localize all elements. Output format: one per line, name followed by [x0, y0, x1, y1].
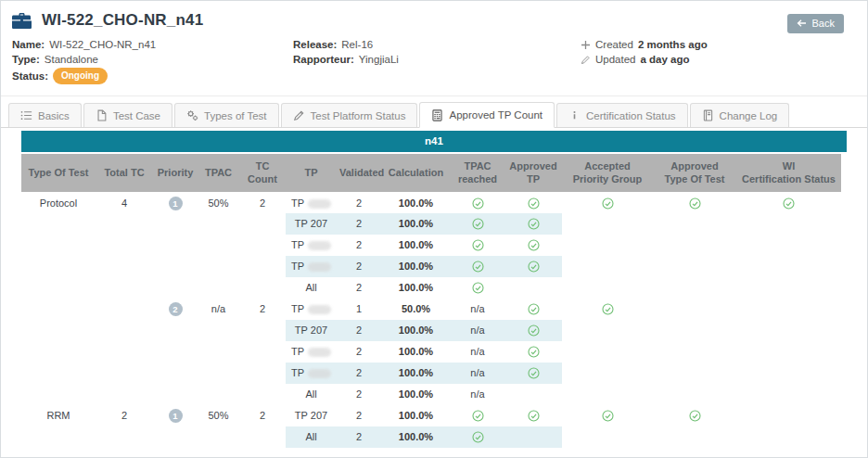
tab-approved-tp-count[interactable]: Approved TP Count [419, 102, 555, 128]
cell-total-tc [96, 363, 153, 384]
cell-accepted-priority-group [562, 426, 653, 448]
cell-type-of-test [21, 426, 96, 448]
cell-tc-count [239, 384, 286, 405]
check-circle-icon [472, 218, 484, 230]
cell-wi-certification-status [736, 256, 841, 277]
check-circle-icon [783, 197, 795, 210]
tab-label: Approved TP Count [449, 109, 542, 121]
pencil-icon [293, 109, 305, 121]
check-circle-icon [602, 197, 614, 210]
redacted-text [308, 241, 331, 250]
cell-tp: TP [286, 192, 337, 213]
tab-strip: BasicsTest CaseTypes of TestTest Platfor… [1, 95, 867, 128]
table-row: RRM2150%2TP 2072100.0% [21, 405, 841, 426]
cell-accepted-priority-group [562, 384, 653, 405]
tab-change-log[interactable]: Change Log [690, 103, 790, 127]
rapporteur-value: YingjiaLi [359, 53, 399, 67]
cell-approved-type-of-test [653, 341, 736, 363]
tp-label: TP [291, 303, 304, 314]
region-band: n41 [21, 131, 847, 152]
cell-total-tc [96, 213, 153, 235]
table-header-row: Type Of TestTotal TCPriorityTPACTC Count… [21, 154, 841, 192]
cell-accepted-priority-group [562, 320, 653, 341]
table-row: TP2100.0%n/a [21, 341, 841, 363]
cell-tp: TP [286, 235, 337, 256]
cell-approved-tp [504, 405, 562, 426]
cell-tpac-reached [451, 405, 504, 426]
tab-types-of-test[interactable]: Types of Test [174, 103, 279, 127]
cell-accepted-priority-group [562, 341, 653, 363]
tab-test-case[interactable]: Test Case [83, 103, 172, 127]
back-button[interactable]: Back [787, 14, 844, 33]
cell-tpac: 50% [198, 405, 239, 426]
cell-tpac-reached [451, 277, 504, 299]
check-circle-icon [528, 367, 540, 379]
cell-wi-certification-status [736, 405, 841, 426]
redacted-text [308, 199, 331, 209]
tab-certification-status[interactable]: Certification Status [556, 103, 688, 127]
column-header-approved-tp: Approved TP [504, 154, 562, 192]
created-label: Created [595, 38, 633, 52]
check-circle-icon [528, 346, 540, 358]
cell-priority: 1 [153, 192, 198, 213]
tp-label: TP 207 [295, 218, 327, 229]
cell-approved-tp [504, 363, 562, 384]
cell-priority [153, 277, 198, 299]
column-header-total-tc: Total TC [96, 154, 153, 192]
release-value: Rel-16 [341, 38, 373, 52]
cell-tpac [198, 277, 239, 299]
table-row: All2100.0%n/a [21, 384, 841, 405]
check-circle-icon [528, 410, 540, 422]
cell-approved-tp [504, 299, 562, 320]
cell-calculation: 100.0% [381, 341, 451, 363]
tp-label: TP [291, 197, 304, 209]
cell-approved-type-of-test [653, 384, 736, 405]
cell-tp: TP 207 [286, 405, 337, 426]
cell-validated: 2 [337, 363, 381, 384]
cell-priority [153, 320, 198, 341]
cell-validated: 2 [337, 277, 381, 299]
cell-calculation: 100.0% [381, 384, 451, 405]
check-circle-icon [528, 218, 540, 230]
cell-calculation: 100.0% [381, 405, 451, 426]
tab-basics[interactable]: Basics [8, 103, 82, 127]
cell-type-of-test [21, 256, 96, 277]
tp-label: TP [291, 239, 304, 250]
cell-validated: 2 [337, 341, 381, 363]
check-circle-icon [528, 261, 540, 273]
pencil-icon [581, 55, 591, 65]
cell-type-of-test: RRM [21, 405, 96, 426]
book-icon [702, 109, 714, 121]
name-value: WI-522_CHO-NR_n41 [49, 38, 156, 52]
column-header-calculation: Calculation [381, 154, 451, 192]
check-circle-icon [472, 282, 484, 294]
cell-validated: 2 [337, 384, 381, 405]
tp-label: TP 207 [295, 410, 327, 421]
column-header-tpac-reached: TPAC reached [451, 154, 504, 192]
cell-tc-count [239, 277, 286, 299]
cell-tpac [198, 213, 239, 235]
cell-wi-certification-status [736, 363, 841, 384]
column-header-tpac: TPAC [198, 154, 239, 192]
calculator-icon [431, 109, 443, 121]
column-header-accepted-priority-group: Accepted Priority Group [562, 154, 653, 192]
cell-calculation: 100.0% [381, 363, 451, 384]
cell-total-tc [96, 341, 153, 363]
cell-tpac-reached: n/a [451, 341, 504, 363]
tab-label: Certification Status [586, 110, 676, 121]
cell-tp: All [286, 384, 337, 405]
tab-label: Test Case [113, 110, 160, 121]
column-header-approved-type-of-test: Approved Type Of Test [653, 154, 736, 192]
tabbar: BasicsTest CaseTypes of TestTest Platfor… [1, 102, 867, 128]
cell-validated: 2 [337, 256, 381, 277]
cell-priority [153, 384, 198, 405]
tab-test-platform-status[interactable]: Test Platform Status [281, 103, 418, 127]
check-circle-icon [472, 431, 484, 443]
briefcase-icon [12, 13, 32, 29]
priority-badge: 1 [169, 197, 183, 210]
cell-tpac [198, 363, 239, 384]
cell-priority [153, 341, 198, 363]
tab-label: Test Platform Status [311, 110, 406, 121]
cell-calculation: 100.0% [381, 213, 451, 235]
redacted-text [308, 369, 331, 378]
